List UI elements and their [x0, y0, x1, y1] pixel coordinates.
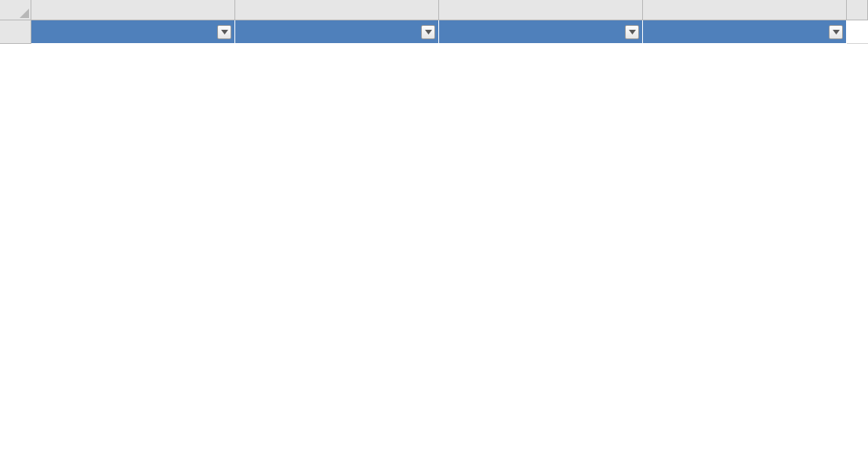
filter-button-order-date[interactable]	[625, 25, 639, 39]
table-header-order-date[interactable]	[439, 20, 643, 44]
chevron-down-icon	[425, 30, 432, 34]
chevron-down-icon	[833, 30, 840, 34]
spreadsheet-grid[interactable]	[0, 0, 868, 44]
column-header-a[interactable]	[31, 0, 235, 20]
column-header-d[interactable]	[643, 0, 847, 20]
svg-marker-2	[425, 30, 432, 34]
svg-marker-4	[833, 30, 840, 34]
filter-button-sales[interactable]	[829, 25, 843, 39]
row-header-1[interactable]	[0, 20, 31, 44]
chevron-down-icon	[221, 30, 228, 34]
column-header-extra[interactable]	[847, 0, 868, 20]
select-all-icon	[20, 9, 29, 18]
select-all-corner[interactable]	[0, 0, 31, 20]
filter-button-products[interactable]	[421, 25, 435, 39]
column-header-b[interactable]	[235, 0, 439, 20]
svg-marker-1	[221, 30, 228, 34]
table-header-customer[interactable]	[31, 20, 235, 44]
table-header-sales[interactable]	[643, 20, 847, 44]
empty-cell[interactable]	[847, 20, 868, 44]
chevron-down-icon	[629, 30, 636, 34]
table-header-products[interactable]	[235, 20, 439, 44]
svg-marker-3	[629, 30, 636, 34]
filter-button-customer[interactable]	[217, 25, 231, 39]
column-header-c[interactable]	[439, 0, 643, 20]
svg-marker-0	[20, 9, 29, 18]
